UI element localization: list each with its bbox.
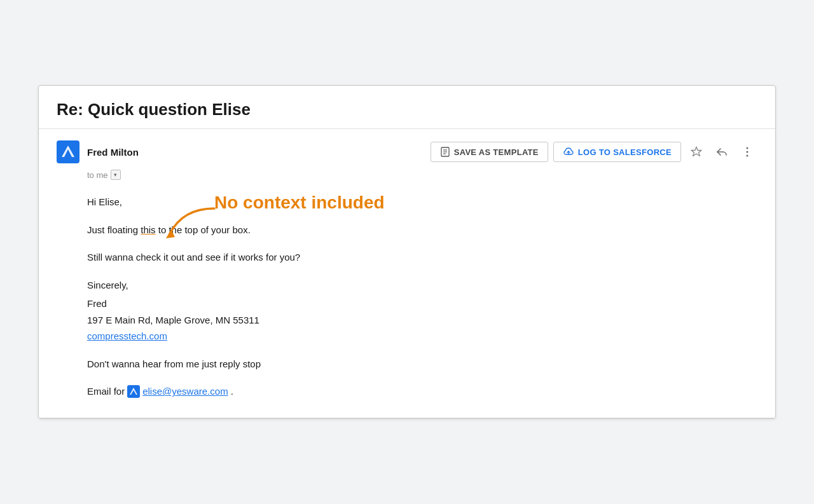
line1-text: Just floating	[87, 224, 141, 235]
to-dropdown-button[interactable]: ▾	[111, 170, 121, 180]
signature-name: Fred	[87, 296, 757, 312]
log-salesforce-button[interactable]: LOG TO SALESFORCE	[553, 142, 681, 162]
svg-point-9	[746, 151, 748, 153]
greeting-line: Hi Elise,	[87, 194, 757, 210]
bottom-divider	[39, 418, 775, 418]
email-for-address[interactable]: elise@yesware.com	[142, 383, 228, 400]
body-line1: Just floating this to the top of your bo…	[87, 222, 757, 238]
star-button[interactable]	[686, 143, 707, 161]
email-header: Fred Milton SAVE AS TEMPLATE	[39, 129, 775, 170]
sender-avatar	[57, 140, 79, 163]
star-icon	[690, 146, 703, 158]
body-line2: Still wanna check it out and see if it w…	[87, 249, 757, 266]
closing-text: Sincerely,	[87, 280, 128, 290]
svg-point-10	[746, 155, 748, 157]
log-salesforce-label: LOG TO SALESFORCE	[578, 147, 672, 157]
annotation-area: No context included Hi Elise,	[87, 194, 757, 210]
to-me-label: to me	[87, 170, 108, 180]
to-me-row: to me ▾	[39, 170, 775, 187]
email-subject: Re: Quick question Elise	[39, 86, 775, 129]
salesforce-icon	[563, 147, 574, 157]
email-body: No context included Hi Elise, Just float…	[39, 187, 775, 418]
signature-block: Fred 197 E Main Rd, Maple Grove, MN 5531…	[87, 296, 757, 344]
header-actions: SAVE AS TEMPLATE LOG TO SALESFORCE	[431, 142, 757, 162]
svg-point-8	[746, 147, 748, 149]
unsubscribe-line: Don't wanna hear from me just reply stop	[87, 356, 757, 372]
sender-name: Fred Milton	[87, 147, 139, 158]
email-for-line: Email for elise@yesware.com.	[87, 383, 757, 400]
save-template-label: SAVE AS TEMPLATE	[454, 147, 539, 157]
email-for-label: Email for	[87, 383, 125, 400]
save-template-button[interactable]: SAVE AS TEMPLATE	[431, 142, 548, 162]
greeting-text: Hi Elise,	[87, 196, 122, 207]
reply-button[interactable]	[712, 143, 732, 161]
reply-icon	[715, 146, 728, 158]
line2-text: Still wanna check it out and see if it w…	[87, 252, 300, 262]
save-template-icon	[440, 147, 450, 157]
signature-website[interactable]: compresstech.com	[87, 330, 167, 341]
more-options-icon	[741, 146, 754, 158]
this-link[interactable]: this	[141, 224, 155, 235]
yesware-logo-inline	[127, 385, 140, 398]
closing-line: Sincerely,	[87, 277, 757, 294]
email-container: Re: Quick question Elise Fred Milton	[38, 85, 776, 419]
email-period: .	[231, 383, 233, 400]
more-options-button[interactable]	[737, 143, 757, 161]
unsubscribe-text: Don't wanna hear from me just reply stop	[87, 358, 261, 369]
subject-text: Re: Quick question Elise	[57, 100, 251, 119]
signature-address: 197 E Main Rd, Maple Grove, MN 55311	[87, 312, 757, 329]
line1-rest-text: to the top of your box.	[156, 224, 251, 235]
